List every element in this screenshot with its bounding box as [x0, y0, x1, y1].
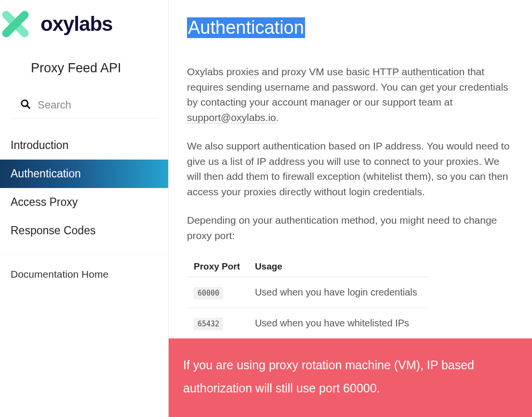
search-icon — [20, 99, 31, 111]
table-row: 65432 Used when you have whitelisted IPs — [187, 308, 428, 339]
paragraph-3: Depending on your authentication method,… — [187, 213, 514, 243]
p1-text-c: . — [276, 112, 279, 123]
sidebar: oxylabs Proxy Feed API Introduction Auth… — [0, 0, 169, 417]
table-row: 60000 Used when you have login credentia… — [187, 277, 428, 308]
brand[interactable]: oxylabs — [0, 0, 168, 54]
sidebar-item-response-codes[interactable]: Response Codes — [0, 216, 168, 245]
basic-http-auth-link[interactable]: basic HTTP authentication — [346, 66, 465, 78]
sidebar-item-access-proxy[interactable]: Access Proxy — [0, 188, 168, 216]
page-title: Authentication — [187, 17, 305, 38]
brand-name: oxylabs — [40, 13, 112, 36]
svg-line-1 — [27, 106, 30, 108]
svg-point-0 — [22, 100, 28, 107]
sidebar-nav: Introduction Authentication Access Proxy… — [0, 131, 168, 294]
sidebar-item-authentication[interactable]: Authentication — [0, 160, 168, 188]
port-usage: Used when you have login credentials — [248, 277, 428, 308]
table-header-usage: Usage — [248, 256, 428, 277]
port-value: 65432 — [194, 318, 223, 330]
callout-warning: If you are using proxy rotation machine … — [169, 338, 532, 417]
paragraph-2: We also support authentication based on … — [187, 138, 514, 199]
table-header-proxy-port: Proxy Port — [187, 256, 248, 277]
api-title: Proxy Feed API — [0, 54, 168, 95]
p1-text-a: Oxylabs proxies and proxy VM use — [187, 66, 346, 77]
proxy-port-table: Proxy Port Usage 60000 Used when you hav… — [187, 256, 428, 339]
main-content: Authentication Oxylabs proxies and proxy… — [169, 0, 532, 417]
search-input[interactable] — [38, 99, 170, 111]
logo-icon — [0, 9, 31, 40]
port-usage: Used when you have whitelisted IPs — [248, 308, 428, 339]
documentation-home-link[interactable]: Documentation Home — [0, 255, 168, 294]
search-row[interactable] — [10, 95, 159, 119]
paragraph-1: Oxylabs proxies and proxy VM use basic H… — [187, 64, 514, 125]
sidebar-item-introduction[interactable]: Introduction — [0, 131, 168, 160]
support-email-link[interactable]: support@oxylabs.io — [187, 112, 276, 123]
port-value: 60000 — [194, 287, 223, 299]
